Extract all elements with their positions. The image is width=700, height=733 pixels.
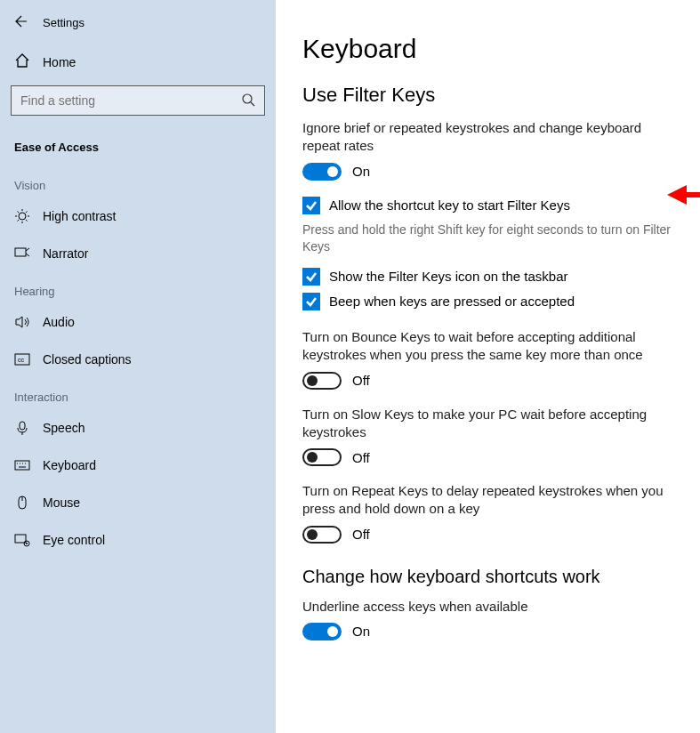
sidebar-item-narrator[interactable]: Narrator xyxy=(0,235,276,272)
beep-check-label: Beep when keys are pressed or accepted xyxy=(329,293,575,310)
bounce-keys-toggle[interactable] xyxy=(302,372,342,390)
sidebar-item-eye-control[interactable]: Eye control xyxy=(0,521,276,559)
mouse-icon xyxy=(14,495,30,511)
nav-label: Audio xyxy=(43,315,75,329)
underline-toggle[interactable] xyxy=(302,623,342,640)
high-contrast-icon xyxy=(14,208,30,224)
repeat-keys-toggle-label: Off xyxy=(352,527,370,542)
keyboard-icon xyxy=(14,457,30,473)
back-icon[interactable] xyxy=(12,14,27,31)
home-nav[interactable]: Home xyxy=(0,44,276,80)
narrator-icon xyxy=(14,246,30,262)
svg-point-10 xyxy=(26,543,28,544)
slow-keys-toggle-label: Off xyxy=(352,450,370,465)
svg-marker-12 xyxy=(667,185,687,205)
shortcuts-heading: Change how keyboard shortcuts work xyxy=(302,567,679,587)
shortcut-checkbox[interactable] xyxy=(302,197,320,214)
beep-checkbox[interactable] xyxy=(302,293,320,310)
eye-control-icon xyxy=(14,532,30,548)
callout-arrow-icon xyxy=(667,181,700,208)
content-pane: Keyboard Use Filter Keys Ignore brief or… xyxy=(276,0,700,733)
titlebar: Settings xyxy=(0,9,276,44)
nav-label: Narrator xyxy=(43,246,88,261)
svg-point-0 xyxy=(243,94,252,103)
nav-label: Closed captions xyxy=(43,352,132,366)
svg-rect-6 xyxy=(15,461,29,470)
group-hearing: Hearing xyxy=(0,272,276,303)
svg-point-1 xyxy=(19,213,26,220)
slow-keys-toggle[interactable] xyxy=(302,448,342,466)
window-title: Settings xyxy=(43,16,84,29)
nav-label: High contrast xyxy=(43,209,116,223)
svg-rect-5 xyxy=(20,422,25,430)
underline-desc: Underline access keys when available xyxy=(302,598,679,616)
audio-icon xyxy=(14,314,30,330)
group-interaction: Interaction xyxy=(0,378,276,409)
taskbar-check-label: Show the Filter Keys icon on the taskbar xyxy=(329,268,567,286)
home-icon xyxy=(14,52,30,71)
nav-label: Mouse xyxy=(43,495,80,510)
search-input[interactable] xyxy=(20,93,241,108)
taskbar-checkbox[interactable] xyxy=(302,268,320,286)
bounce-keys-toggle-label: Off xyxy=(352,373,370,388)
filter-keys-toggle[interactable] xyxy=(302,163,342,181)
repeat-keys-toggle[interactable] xyxy=(302,526,342,544)
slow-keys-desc: Turn on Slow Keys to make your PC wait b… xyxy=(302,406,679,442)
closed-captions-icon: cc xyxy=(14,351,30,367)
nav-label: Speech xyxy=(43,421,84,435)
shortcut-check-label: Allow the shortcut key to start Filter K… xyxy=(329,197,570,214)
sidebar-item-mouse[interactable]: Mouse xyxy=(0,484,276,521)
speech-icon xyxy=(14,420,30,436)
svg-rect-2 xyxy=(15,248,26,256)
filter-keys-desc: Ignore brief or repeated keystrokes and … xyxy=(302,119,679,156)
nav-label: Eye control xyxy=(43,533,105,547)
sidebar-item-closed-captions[interactable]: cc Closed captions xyxy=(0,341,276,378)
filter-keys-heading: Use Filter Keys xyxy=(302,84,679,107)
sidebar: Settings Home Ease of Access Vision High… xyxy=(0,0,276,733)
svg-text:cc: cc xyxy=(18,357,25,363)
repeat-keys-desc: Turn on Repeat Keys to delay repeated ke… xyxy=(302,482,679,519)
sidebar-item-speech[interactable]: Speech xyxy=(0,409,276,447)
search-icon xyxy=(241,93,255,109)
bounce-keys-desc: Turn on Bounce Keys to wait before accep… xyxy=(302,328,679,365)
sidebar-item-keyboard[interactable]: Keyboard xyxy=(0,447,276,484)
group-vision: Vision xyxy=(0,166,276,197)
search-box[interactable] xyxy=(11,85,265,116)
nav-label: Keyboard xyxy=(43,458,96,472)
underline-toggle-label: On xyxy=(352,624,370,639)
shortcut-hint: Press and hold the right Shift key for e… xyxy=(302,222,679,255)
svg-rect-8 xyxy=(15,535,26,543)
sidebar-item-audio[interactable]: Audio xyxy=(0,303,276,341)
sidebar-item-high-contrast[interactable]: High contrast xyxy=(0,197,276,235)
home-label: Home xyxy=(43,55,76,69)
section-title: Ease of Access xyxy=(0,132,276,166)
filter-keys-toggle-label: On xyxy=(352,164,370,179)
page-title: Keyboard xyxy=(302,34,679,64)
